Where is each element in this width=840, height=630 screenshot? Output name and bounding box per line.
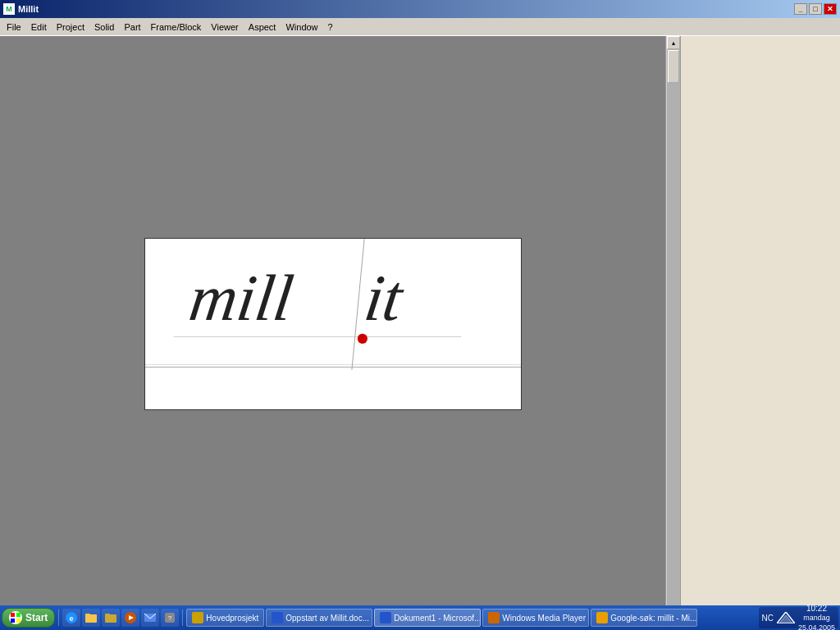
- svg-text:mill: mill: [185, 261, 297, 334]
- app-label-2: Oppstart av Millit.doc...: [285, 614, 369, 623]
- clock-day: mandag: [798, 614, 835, 623]
- v-scroll-thumb[interactable]: [668, 50, 679, 83]
- app-label-3: Dokument1 - Microsof...: [394, 614, 481, 623]
- left-section: mill it ◂ ▸: [0, 36, 665, 626]
- svg-rect-12: [85, 614, 90, 616]
- quick-launch-media[interactable]: [121, 609, 139, 627]
- svg-rect-14: [105, 614, 110, 616]
- svg-rect-6: [16, 613, 21, 617]
- clock-time: 10:22: [798, 603, 835, 614]
- right-scrollbar: ▴ ▾: [665, 36, 680, 626]
- menu-item-aspect[interactable]: Aspect: [244, 21, 281, 34]
- app-icon-2: [272, 612, 283, 623]
- app-icon-5: [596, 612, 608, 623]
- titlebar: M Millit _ □ ✕: [0, 0, 840, 18]
- app-icon-3: [380, 612, 391, 623]
- canvas-h-line: [145, 367, 521, 368]
- app-label-5: Google-søk: millit - Mi...: [610, 614, 696, 623]
- taskbar-app-3[interactable]: Dokument1 - Microsof...: [374, 609, 481, 627]
- quick-launch-misc[interactable]: ?: [161, 609, 179, 627]
- titlebar-controls[interactable]: _ □ ✕: [794, 3, 837, 15]
- minimize-button[interactable]: _: [794, 3, 807, 15]
- svg-text:it: it: [360, 261, 409, 334]
- canvas-wrapper: mill it: [0, 36, 665, 611]
- titlebar-left: M Millit: [3, 3, 39, 15]
- window-title: Millit: [18, 4, 39, 14]
- svg-point-4: [357, 333, 367, 343]
- app-icon-1: [192, 612, 203, 623]
- millit-logo-svg: mill it: [145, 239, 490, 370]
- menu-item-viewer[interactable]: Viewer: [206, 21, 243, 34]
- svg-rect-5: [11, 613, 15, 617]
- taskbar-app-2[interactable]: Oppstart av Millit.doc...: [266, 609, 372, 627]
- svg-line-0: [351, 239, 363, 370]
- taskbar-sep-1: [58, 609, 59, 626]
- svg-rect-8: [16, 619, 21, 623]
- menubar: FileEditProjectSolidPartFrame/BlockViewe…: [0, 18, 840, 36]
- clock: 10:22 mandag 25.04.2005: [798, 603, 835, 630]
- menu-item-frame-block[interactable]: Frame/Block: [146, 21, 207, 34]
- network-icon: [777, 612, 795, 623]
- svg-text:?: ?: [168, 614, 172, 622]
- menu-item-window[interactable]: Window: [281, 21, 322, 34]
- close-button[interactable]: ✕: [824, 3, 837, 15]
- start-label: Start: [25, 612, 48, 623]
- svg-marker-21: [779, 615, 792, 623]
- quick-launch-folder2[interactable]: [102, 609, 120, 627]
- start-button[interactable]: Start: [2, 608, 55, 628]
- svg-text:e: e: [70, 614, 74, 623]
- maximize-button[interactable]: □: [809, 3, 822, 15]
- work-area: mill it ◂ ▸ ▴: [0, 36, 840, 626]
- taskbar-sep-2: [182, 609, 183, 626]
- menu-item-part[interactable]: Part: [119, 21, 145, 34]
- quick-launch-folder[interactable]: [82, 609, 100, 627]
- taskbar-app-4[interactable]: Windows Media Player: [482, 609, 589, 627]
- taskbar-app-5[interactable]: Google-søk: millit - Mi...: [591, 609, 697, 627]
- app-label-1: Hovedprosjekt: [206, 614, 258, 623]
- clock-date: 25.04.2005: [798, 623, 835, 631]
- v-scroll-up[interactable]: ▴: [667, 36, 680, 49]
- quick-launch-ie[interactable]: e: [62, 609, 80, 627]
- v-scroll-track[interactable]: [667, 49, 680, 613]
- nc-label: NC: [762, 614, 774, 623]
- menu-item-file[interactable]: File: [2, 21, 26, 34]
- windows-logo-icon: [9, 611, 22, 624]
- app-icon-4: [488, 612, 500, 623]
- canvas-h-line-2: [145, 364, 521, 365]
- taskbar: Start e ? Hovedprosjekt Oppsta: [0, 605, 840, 630]
- quick-launch-mail[interactable]: [141, 609, 159, 627]
- menu-item--[interactable]: ?: [323, 21, 338, 34]
- system-tray: NC 10:22 mandag 25.04.2005: [759, 607, 839, 628]
- right-panel: [680, 36, 840, 626]
- taskbar-app-1[interactable]: Hovedprosjekt: [186, 609, 264, 627]
- menu-item-edit[interactable]: Edit: [26, 21, 52, 34]
- svg-rect-7: [11, 619, 15, 623]
- menu-item-solid[interactable]: Solid: [89, 21, 119, 34]
- menu-item-project[interactable]: Project: [52, 21, 89, 34]
- app-label-4: Windows Media Player: [502, 614, 586, 623]
- app-icon: M: [3, 3, 15, 15]
- design-canvas: mill it: [144, 238, 522, 410]
